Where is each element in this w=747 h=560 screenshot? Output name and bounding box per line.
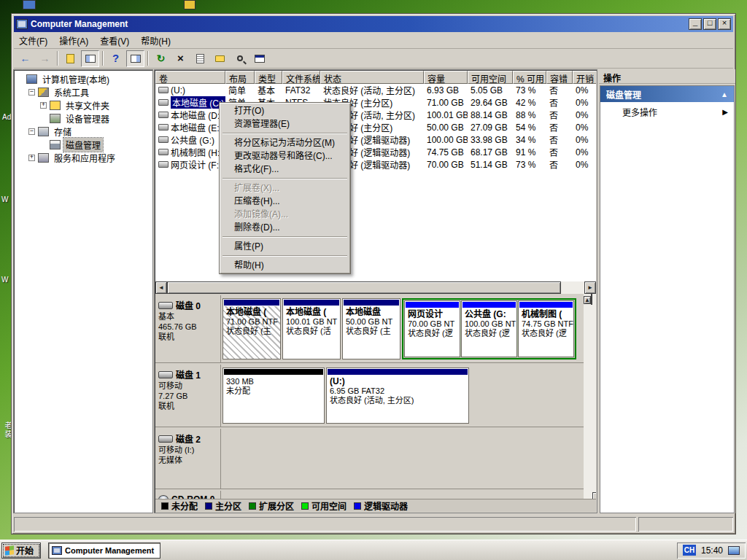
context-menu-item-14[interactable]: 帮助(H)	[221, 259, 349, 272]
export-list-button[interactable]	[61, 50, 80, 67]
volume-row[interactable]: (U:)简单基本FAT32状态良好 (活动, 主分区)6.93 GB5.05 G…	[155, 84, 596, 96]
display-tray-icon[interactable]	[728, 546, 740, 555]
title-bar[interactable]: Computer Management _□×	[14, 16, 733, 32]
column-header-1[interactable]: 布局	[225, 71, 255, 84]
context-menu-item-10[interactable]: 删除卷(D)...	[221, 221, 349, 234]
tree-item-5[interactable]: 磁盘管理	[14, 138, 152, 151]
disk-header[interactable]: 磁盘 1可移动7.27 GB联机	[155, 365, 221, 427]
column-header-5[interactable]: 容量	[424, 71, 468, 84]
action-pane-toggle-button[interactable]	[126, 50, 144, 67]
tree-item-4[interactable]: −存储	[14, 125, 152, 138]
extended-partition-group: 网页设计70.00 GB NT状态良好 (逻公共盘 (G:100.00 GB N…	[402, 298, 576, 359]
forward-arrow-button[interactable]: →	[36, 50, 54, 67]
caption-buttons: _□×	[687, 18, 731, 30]
more-actions-item[interactable]: 更多操作 ▶	[600, 102, 734, 121]
menu-1[interactable]: 操作(A)	[54, 33, 93, 48]
menu-3[interactable]: 帮助(H)	[136, 33, 176, 48]
tree-item-label: 存储	[52, 125, 74, 139]
language-indicator[interactable]: CH	[683, 545, 696, 556]
context-menu-item-7: 扩展卷(X)...	[221, 182, 349, 195]
tree-item-6[interactable]: +服务和应用程序	[14, 151, 152, 164]
partition[interactable]: 公共盘 (G:100.00 GB NT状态良好 (逻	[461, 300, 517, 357]
horizontal-scrollbar[interactable]: ◄ ►	[155, 281, 596, 294]
delete-button[interactable]: ×	[171, 50, 190, 67]
clock[interactable]: 15:40	[701, 545, 723, 556]
tree-item-2[interactable]: +共享文件夹	[14, 98, 152, 112]
vertical-scrollbar[interactable]: ▲ ▼	[584, 294, 596, 504]
menu-0[interactable]: 文件(F)	[14, 33, 53, 48]
expander-icon[interactable]: −	[28, 89, 35, 96]
back-arrow-icon: ←	[20, 53, 31, 63]
volume-cell: 51.14 GB	[468, 160, 513, 170]
collapse-icon[interactable]: ▲	[721, 90, 728, 98]
partition[interactable]: 本地磁盘 (100.01 GB NT状态良好 (活	[282, 298, 341, 359]
partition[interactable]: 网页设计70.00 GB NT状态良好 (逻	[404, 300, 460, 357]
maximize-button[interactable]: □	[703, 18, 716, 30]
column-header-3[interactable]: 文件系统	[282, 71, 320, 84]
partition-size: 70.00 GB NT	[408, 319, 457, 329]
context-menu-item-5[interactable]: 格式化(F)...	[221, 163, 349, 176]
start-button[interactable]: 开始	[1, 542, 41, 559]
column-header-9[interactable]: 开销	[573, 71, 596, 84]
partition[interactable]: 330 MB未分配	[222, 368, 325, 424]
partition-size: 50.00 GB NT	[346, 317, 397, 327]
disk-header[interactable]: 磁盘 0基本465.76 GB联机	[155, 295, 221, 362]
context-menu-item-3[interactable]: 将分区标记为活动分区(M)	[221, 136, 349, 149]
column-header-7[interactable]: % 可用	[513, 71, 546, 84]
expander-icon[interactable]: −	[28, 128, 35, 135]
volume-cell: 网页设计 (F:)	[155, 158, 225, 171]
legend-color-swatch	[161, 502, 169, 510]
column-header-0[interactable]: 卷	[155, 71, 225, 84]
partition-size: 100.01 GB NT	[286, 317, 337, 327]
partition[interactable]: 本地磁盘 (71.00 GB NTF状态良好 (主	[222, 298, 281, 359]
column-header-4[interactable]: 状态	[320, 71, 424, 84]
close-button[interactable]: ×	[718, 18, 731, 30]
tree-item-1[interactable]: −系统工具	[14, 85, 152, 98]
taskbar-task-button[interactable]: Computer Management	[48, 542, 160, 559]
scrollbar-thumb[interactable]	[591, 294, 592, 305]
graphical-view: 磁盘 0基本465.76 GB联机本地磁盘 (71.00 GB NTF状态良好 …	[155, 294, 596, 504]
context-menu-item-8[interactable]: 压缩卷(H)...	[221, 195, 349, 208]
disk-header[interactable]: 磁盘 2可移动 (I:)无媒体	[155, 429, 221, 489]
toolbar-separator	[57, 51, 58, 66]
expander-icon[interactable]: +	[40, 102, 47, 109]
scrollbar-thumb[interactable]	[167, 281, 561, 294]
help-button[interactable]: ?	[107, 50, 125, 67]
refresh-button[interactable]: ↻	[152, 50, 170, 67]
context-menu-item-12[interactable]: 属性(P)	[221, 240, 349, 253]
tree-item-0[interactable]: 计算机管理(本地)	[14, 72, 152, 85]
partition-label: 本地磁盘	[346, 308, 397, 317]
disk-removable-icon	[158, 435, 173, 443]
menu-2[interactable]: 查看(V)	[95, 33, 134, 48]
column-header-8[interactable]: 容错	[546, 71, 573, 84]
console-tree-toggle-button[interactable]	[81, 50, 99, 67]
partition[interactable]: 本地磁盘50.00 GB NT状态良好 (主	[342, 298, 400, 359]
expander-icon[interactable]: +	[28, 155, 35, 161]
context-menu-item-1[interactable]: 资源管理器(E)	[221, 117, 349, 131]
column-header-6[interactable]: 可用空间	[468, 71, 513, 84]
actions-pane: 操作 磁盘管理 ▲ 更多操作 ▶	[599, 69, 735, 513]
find-button[interactable]	[231, 50, 249, 67]
volume-cell: 基本	[255, 84, 282, 96]
volume-cell: 否	[546, 96, 573, 109]
partition[interactable]: (U:)6.95 GB FAT32状态良好 (活动, 主分区)	[326, 368, 469, 424]
open-button[interactable]	[211, 50, 229, 67]
scroll-up-button[interactable]: ▲	[584, 296, 591, 304]
toolbar-separator	[102, 51, 104, 66]
column-header-2[interactable]: 类型	[255, 71, 282, 84]
minimize-button[interactable]: _	[689, 18, 702, 30]
scroll-left-button[interactable]: ◄	[155, 281, 167, 294]
actions-section-header[interactable]: 磁盘管理 ▲	[600, 86, 734, 102]
properties-button[interactable]	[191, 50, 209, 67]
windows-logo-icon	[5, 545, 14, 555]
back-arrow-button[interactable]: ←	[16, 50, 34, 67]
context-menu-item-4[interactable]: 更改驱动器号和路径(C)...	[221, 149, 349, 163]
partition-status: 状态良好 (活	[286, 327, 337, 336]
partition[interactable]: 机械制图 (74.75 GB NTF状态良好 (逻	[518, 300, 574, 357]
scroll-right-button[interactable]: ►	[584, 281, 596, 294]
context-menu-item-0[interactable]: 打开(O)	[221, 104, 349, 117]
disk-detail: 联机	[158, 401, 217, 411]
partition-size: 330 MB	[226, 377, 321, 386]
tree-item-3[interactable]: 设备管理器	[14, 112, 152, 125]
extension-button[interactable]	[250, 50, 268, 67]
